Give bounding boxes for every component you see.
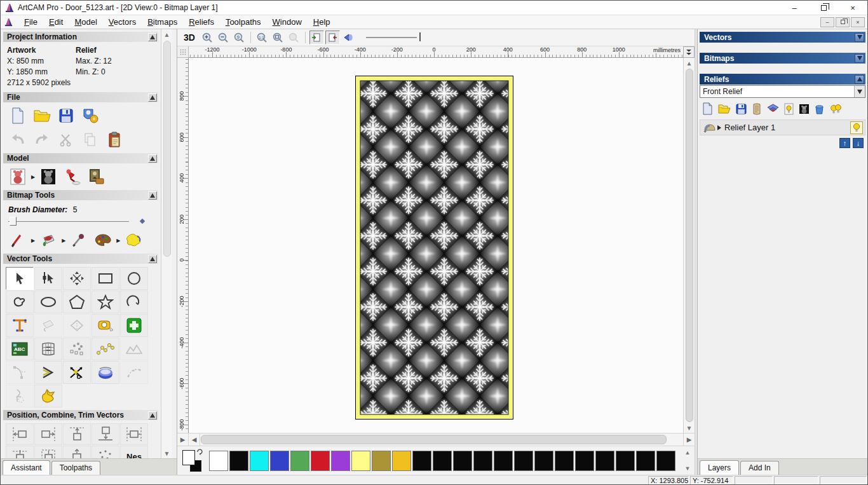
scroll-left-icon[interactable]: ◀: [189, 434, 200, 446]
align-top-tool[interactable]: [63, 423, 91, 445]
measure-tool[interactable]: [92, 314, 119, 337]
paste-button[interactable]: [105, 131, 124, 149]
paint-tool-button[interactable]: [8, 231, 27, 249]
tab-layers[interactable]: Layers: [700, 460, 739, 475]
paste-along-curve-tool[interactable]: [63, 338, 91, 360]
greyscale-model-button[interactable]: [8, 168, 27, 186]
save-layer-button[interactable]: [736, 104, 747, 114]
menu-item[interactable]: Window: [267, 16, 308, 28]
colour-swatch[interactable]: [575, 451, 594, 471]
view-fade-slider[interactable]: [366, 32, 423, 43]
flood-fill-button[interactable]: [39, 231, 58, 249]
select-vectors-tool[interactable]: [6, 267, 34, 290]
model-viewport[interactable]: [189, 58, 683, 433]
undo-button[interactable]: [8, 131, 27, 149]
colour-swatch[interactable]: [290, 451, 309, 471]
new-layer-button[interactable]: [702, 102, 713, 115]
create-star-tool[interactable]: [92, 290, 119, 313]
colour-swatch[interactable]: [555, 451, 574, 471]
tab-assistant[interactable]: Assistant: [3, 460, 50, 475]
toggle-3d-view-button[interactable]: 3D: [182, 32, 199, 43]
scroll-up-icon[interactable]: ▲: [162, 29, 172, 39]
ruler-origin-button[interactable]: [177, 46, 189, 58]
block-copy-tool[interactable]: [34, 314, 62, 337]
zoom-previous-button[interactable]: 9: [232, 31, 247, 44]
menu-item[interactable]: Reliefs: [183, 16, 220, 28]
transform-vectors-tool[interactable]: [63, 267, 91, 290]
expand-layer-icon[interactable]: [717, 125, 722, 131]
colour-swatch[interactable]: [209, 451, 228, 471]
cut-button[interactable]: [57, 131, 76, 149]
relief-set-dropdown[interactable]: Front Relief: [700, 85, 865, 98]
menu-item[interactable]: Toolpaths: [220, 16, 267, 28]
scroll-up-icon[interactable]: ▲: [684, 58, 695, 68]
colour-swatch[interactable]: [595, 451, 614, 471]
swap-colours-icon[interactable]: [196, 449, 203, 455]
primary-secondary-colours[interactable]: [181, 449, 205, 473]
menu-item[interactable]: Vectors: [103, 16, 142, 28]
menu-item[interactable]: Bitmaps: [142, 16, 183, 28]
merge-layers-button[interactable]: [767, 104, 779, 114]
project-information-header[interactable]: Project Information: [3, 32, 158, 42]
create-circle-tool[interactable]: [120, 267, 148, 290]
vectors-section-header[interactable]: Vectors: [700, 32, 865, 43]
scroll-up-icon[interactable]: ▲: [683, 448, 692, 457]
scrollbar-thumb[interactable]: [201, 435, 667, 444]
pick-colour-button[interactable]: [69, 231, 88, 249]
position-combine-trim-header[interactable]: Position, Combine, Trim Vectors: [3, 410, 158, 420]
mdi-minimize-button[interactable]: –: [820, 17, 834, 27]
colour-swatch[interactable]: [412, 451, 431, 471]
colour-swatch[interactable]: [351, 451, 370, 471]
restore-button[interactable]: [809, 1, 838, 15]
tab-toolpaths[interactable]: Toolpaths: [51, 461, 100, 475]
model-wizard-button[interactable]: [81, 107, 100, 125]
zoom-in-button[interactable]: [200, 31, 215, 44]
colour-swatch[interactable]: [534, 451, 553, 471]
trim-vectors-tool[interactable]: [63, 361, 91, 384]
rollup-button[interactable]: [148, 93, 157, 102]
move-layer-up-button[interactable]: ↑: [839, 138, 850, 148]
bitmaps-section-header[interactable]: Bitmaps: [700, 53, 865, 64]
new-model-button[interactable]: [8, 107, 27, 125]
dimension-tool[interactable]: [63, 314, 91, 337]
import-relief-button[interactable]: [752, 103, 762, 115]
menu-item[interactable]: Help: [308, 16, 336, 28]
create-polygon-tool[interactable]: [63, 290, 91, 313]
vertical-scrollbar[interactable]: ▲ ▼: [683, 58, 695, 433]
center-in-page-tool[interactable]: [6, 446, 34, 458]
interactive-sculpting-tool[interactable]: [92, 361, 119, 384]
nesting-label-tool[interactable]: Nes: [120, 446, 148, 458]
assistant-scrollbar[interactable]: ▲ ▼: [161, 29, 172, 458]
relief-layer-item[interactable]: + Relief Layer 1: [700, 120, 865, 135]
tab-add-in[interactable]: Add In: [740, 461, 779, 475]
zoom-fit-button[interactable]: [271, 31, 285, 44]
mdi-close-button[interactable]: ×: [851, 17, 865, 27]
rollup-button[interactable]: [148, 411, 157, 420]
toggle-relief-preview-button[interactable]: [341, 31, 356, 44]
redo-button[interactable]: [32, 131, 51, 149]
center-vertical-tool[interactable]: [34, 446, 62, 458]
colour-swatch[interactable]: [229, 451, 248, 471]
colour-swatch[interactable]: [331, 451, 350, 471]
toggle-vector-view-button[interactable]: [325, 31, 340, 44]
minimize-button[interactable]: –: [780, 1, 809, 15]
vector-doctor-tool[interactable]: [120, 314, 148, 337]
lighting-button[interactable]: [63, 168, 82, 186]
free-form-curve-tool[interactable]: [120, 361, 148, 384]
paste-centered-tool[interactable]: [63, 446, 91, 458]
fit-vectors-to-relief-tool[interactable]: [120, 338, 148, 360]
colour-swatch[interactable]: [372, 451, 391, 471]
slider-handle[interactable]: [419, 32, 421, 41]
brush-diameter-slider[interactable]: [8, 217, 129, 226]
rollup-button[interactable]: [148, 191, 157, 200]
collapse-button[interactable]: [855, 75, 864, 84]
close-button[interactable]: ×: [838, 1, 867, 15]
reliefs-section-header[interactable]: Reliefs: [700, 74, 865, 85]
colour-swatch[interactable]: [250, 451, 269, 471]
create-polyline-tool[interactable]: [6, 290, 34, 313]
create-ellipse-tool[interactable]: [34, 290, 62, 313]
scroll-down-icon[interactable]: ▼: [683, 464, 692, 473]
align-right-tool[interactable]: [34, 423, 62, 445]
scroll-down-icon[interactable]: ▼: [684, 423, 695, 433]
wrap-vectors-tool[interactable]: [6, 385, 34, 407]
